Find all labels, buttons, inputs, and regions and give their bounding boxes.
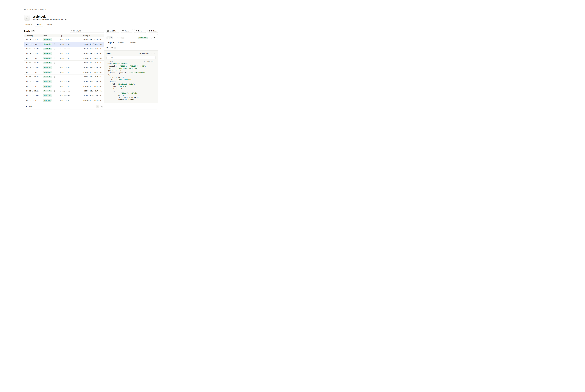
tab-event[interactable]: Event — [106, 36, 113, 39]
retry-icon[interactable] — [54, 44, 55, 45]
cell-timestamp: NOV 18 10:17:22 — [26, 53, 43, 54]
cell-topic: user.created — [60, 81, 82, 82]
table-body: NOV 18 10:17:22Successfuluser.createdb49… — [24, 37, 104, 104]
events-table: Timestamp Status Topic Message ID NOV 18… — [24, 34, 104, 109]
chevron-up-icon[interactable] — [154, 53, 156, 54]
retry-event-icon[interactable] — [151, 37, 152, 39]
status-badge: Successful — [43, 48, 52, 50]
retry-icon[interactable] — [54, 81, 55, 82]
json-line: "id": "gSjvn6eQTBewNWcr", — [106, 78, 156, 80]
json-items-meta[interactable]: {1 item ↑ — [106, 60, 115, 62]
status-badge: Successful — [43, 38, 52, 41]
tab-request[interactable]: Request — [106, 40, 115, 45]
events-heading: Events — [24, 30, 30, 32]
date-range-button[interactable]: Last 24h — [106, 29, 119, 33]
table-row[interactable]: NOV 18 10:17:22Successfuluser.createdb49… — [24, 65, 104, 70]
cell-message-id: b4925365-b8cf-42b7-a76… — [82, 81, 104, 82]
retry-icon[interactable] — [54, 90, 55, 92]
chevron-down-icon — [117, 30, 118, 32]
table-row[interactable]: NOV 18 10:17:22Successfuluser.createdb49… — [24, 51, 104, 56]
breadcrumb-item-webhook[interactable]: Webhook — [40, 9, 46, 10]
refresh-icon — [149, 30, 150, 32]
tab-events[interactable]: Events — [35, 23, 43, 27]
cell-timestamp: NOV 18 10:17:22 — [26, 100, 43, 101]
status-badge: Successful — [43, 76, 52, 78]
filter-by-id-search[interactable] — [70, 29, 104, 33]
tab-settings[interactable]: Settings — [45, 23, 54, 27]
cell-timestamp: NOV 18 10:17:22 — [26, 90, 43, 92]
cell-message-id: b4925365-b8cf-42b7-a76… — [82, 48, 104, 50]
retry-icon[interactable] — [54, 95, 55, 96]
pagination-prev-button[interactable] — [96, 105, 99, 108]
retry-icon[interactable] — [54, 39, 55, 40]
retry-icon[interactable] — [54, 76, 55, 78]
retry-icon[interactable] — [54, 53, 55, 54]
structured-mode-toggle[interactable]: {} Structured — [139, 53, 149, 54]
chevron-down-icon — [130, 30, 131, 32]
table-row[interactable]: NOV 18 10:17:22Successfuluser.createdb49… — [24, 79, 104, 84]
tab-response[interactable]: Response — [117, 40, 126, 45]
tab-metadata[interactable]: Metadata — [128, 40, 137, 45]
table-header: Timestamp Status Topic Message ID — [24, 34, 104, 37]
table-row[interactable]: NOV 18 10:17:22Successfuluser.createdb49… — [24, 75, 104, 79]
column-timestamp: Timestamp — [26, 35, 43, 36]
status-badge: Successful — [43, 99, 52, 102]
cell-message-id: b4925365-b8cf-42b7-a76… — [82, 62, 104, 64]
retry-icon[interactable] — [54, 100, 55, 101]
webhook-url: http://mock.hookdeck.com/webhooks/events — [33, 19, 64, 20]
table-row[interactable]: NOV 18 10:17:22Successfuluser.createdb49… — [24, 84, 104, 89]
table-row[interactable]: NOV 18 10:17:22Successfuluser.createdb49… — [24, 70, 104, 75]
json-line: }, — [106, 74, 156, 76]
json-line: "properties": { — [106, 70, 156, 72]
cell-message-id: b4925365-b8cf-42b7-a76… — [82, 100, 104, 101]
table-row[interactable]: NOV 18 10:17:22Successfuluser.createdb49… — [24, 46, 104, 51]
retry-icon[interactable] — [54, 48, 55, 50]
cell-message-id: b4925365-b8cf-42b7-a76… — [82, 44, 104, 45]
cell-topic: user.created — [60, 95, 82, 96]
body-filter-input[interactable] — [110, 57, 154, 58]
table-row[interactable]: NOV 18 10:17:22Successfuluser.createdb49… — [24, 60, 104, 65]
retry-icon[interactable] — [54, 86, 55, 87]
events-count-badge: 472 — [31, 30, 35, 32]
table-row[interactable]: NOV 18 10:17:22Successfuluser.createdb49… — [24, 42, 104, 46]
status-filter-label: Status — [124, 30, 129, 32]
retry-icon[interactable] — [54, 67, 55, 68]
table-row[interactable]: NOV 18 10:17:22Successfuluser.createdb49… — [24, 89, 104, 93]
table-row[interactable]: NOV 18 10:17:22Successfuluser.createdb49… — [24, 56, 104, 60]
json-line: "subscription": { — [106, 76, 156, 78]
copy-url-icon[interactable] — [65, 19, 66, 20]
tab-attempts[interactable]: Attempts 3 — [114, 37, 124, 39]
retry-icon[interactable] — [54, 62, 55, 64]
status-badge: Successful — [43, 57, 52, 60]
tab-overview[interactable]: Overview — [24, 23, 34, 27]
retry-icon[interactable] — [54, 72, 55, 73]
copy-body-icon[interactable] — [151, 53, 152, 54]
cell-topic: user.created — [60, 100, 82, 101]
table-row[interactable]: NOV 18 10:17:22Successfuluser.createdb49… — [24, 103, 104, 104]
json-line: "item": { — [106, 94, 156, 96]
collapse-all-button[interactable]: Collapse all ↑ — [143, 60, 156, 62]
headers-section-toggle[interactable]: Headers 3 — [104, 45, 158, 50]
cell-message-id: b4925365-b8cf-42b7-a76… — [82, 67, 104, 68]
retry-icon[interactable] — [54, 58, 55, 59]
pagination-next-button[interactable] — [100, 105, 102, 108]
filter-lines-icon — [136, 30, 137, 32]
table-row[interactable]: NOV 18 10:17:22Successfuluser.createdb49… — [24, 37, 104, 42]
cell-message-id: b4925365-b8cf-42b7-a76… — [82, 58, 104, 59]
body-filter-search[interactable] — [106, 56, 156, 59]
close-icon[interactable] — [154, 37, 156, 38]
status-badge: Successful — [43, 80, 52, 83]
json-line: "created_at": "2024-10-10T09:15:50+00:00… — [106, 65, 156, 67]
cell-topic: user.created — [60, 67, 82, 68]
topics-filter-button[interactable]: Topics — [134, 29, 146, 33]
attempts-label: Attempts — [114, 37, 121, 39]
status-filter-button[interactable]: Status — [121, 29, 133, 33]
table-row[interactable]: NOV 18 10:17:22Successfuluser.createdb49… — [24, 93, 104, 98]
chevron-down-icon[interactable] — [154, 47, 156, 48]
events-total-label: events — [29, 106, 33, 108]
refresh-button[interactable]: Refresh — [148, 29, 158, 33]
breadcrumb-item-event-destinations[interactable]: Event Destinations — [24, 9, 38, 10]
table-row[interactable]: NOV 18 10:17:22Successfuluser.createdb49… — [24, 98, 104, 103]
filter-by-id-input[interactable] — [73, 30, 103, 32]
cell-timestamp: NOV 18 10:17:22 — [26, 67, 43, 68]
